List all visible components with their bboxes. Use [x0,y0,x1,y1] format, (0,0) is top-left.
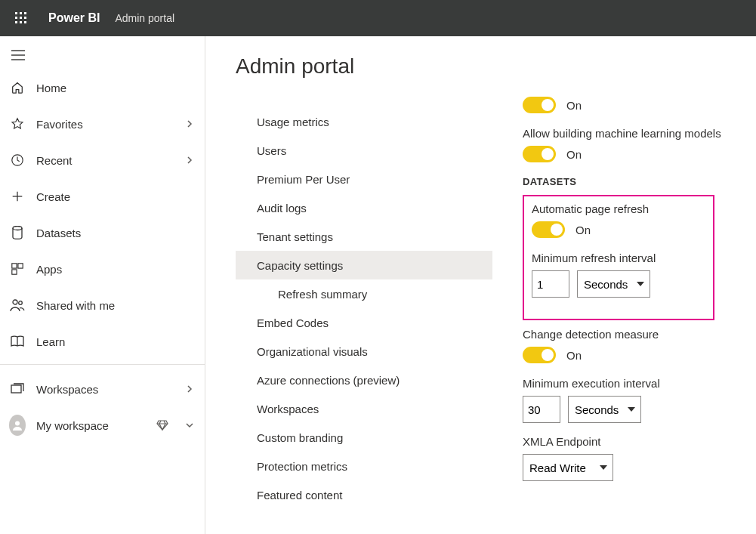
svg-rect-7 [20,21,22,23]
book-icon [9,333,26,350]
svg-rect-6 [15,21,17,23]
chevron-right-icon [184,154,196,166]
apps-icon [9,261,26,277]
admin-menu-azure[interactable]: Azure connections (preview) [236,366,492,394]
min-exec-value-input[interactable] [523,396,560,423]
sidebar: Home Favorites Recent Create [0,36,205,534]
product-name: Power BI [48,11,100,25]
setting-min-exec: Minimum execution interval [523,377,744,390]
database-icon [9,224,26,241]
toggle-generic-1[interactable] [523,97,556,113]
svg-rect-16 [12,264,17,268]
admin-menu-refresh-summary[interactable]: Refresh summary [236,279,492,308]
admin-menu: Usage metrics Users Premium Per User Aud… [236,107,492,509]
setting-auto-refresh: Automatic page refresh [532,202,705,215]
sidebar-item-label: Apps [36,263,196,276]
svg-rect-1 [20,12,22,14]
xmla-endpoint-select[interactable]: Read Write [523,454,613,481]
nav-toggle-icon[interactable] [0,41,36,69]
chevron-down-icon [184,419,196,431]
sidebar-item-datasets[interactable]: Datasets [0,215,205,251]
sidebar-item-label: My workspace [36,419,146,432]
sidebar-item-apps[interactable]: Apps [0,251,205,287]
admin-menu-audit[interactable]: Audit logs [236,193,492,222]
min-refresh-unit-select[interactable]: Seconds [577,270,650,298]
sidebar-item-shared[interactable]: Shared with me [0,287,205,323]
svg-rect-8 [24,21,26,23]
main-content: Admin portal Usage metrics Users Premium… [205,36,756,534]
admin-menu-protection[interactable]: Protection metrics [236,452,492,480]
svg-point-23 [15,421,20,426]
toggle-state-label: On [575,224,591,236]
setting-min-refresh: Minimum refresh interval [532,252,705,264]
admin-menu-orgvisuals[interactable]: Organizational visuals [236,337,492,366]
star-icon [9,116,26,132]
admin-menu-capacity[interactable]: Capacity settings [236,251,492,279]
clock-icon [9,152,26,168]
toggle-auto-refresh[interactable] [532,221,565,238]
premium-diamond-icon [156,420,168,431]
toggle-state-label: On [566,349,582,362]
sidebar-item-create[interactable]: Create [0,178,205,215]
svg-rect-18 [12,270,17,274]
svg-rect-3 [15,17,17,19]
min-exec-unit-select[interactable]: Seconds [568,396,641,423]
admin-menu-embed[interactable]: Embed Codes [236,308,492,337]
chevron-right-icon [184,383,196,395]
setting-allow-ml: Allow building machine learning models [523,127,744,140]
sidebar-item-learn[interactable]: Learn [0,323,205,360]
svg-rect-22 [11,385,21,393]
sidebar-item-label: Datasets [36,227,196,239]
sidebar-item-label: Home [36,82,196,94]
admin-menu-ppu[interactable]: Premium Per User [236,165,492,193]
toggle-state-label: On [566,99,582,112]
svg-point-15 [13,227,22,230]
svg-rect-2 [24,12,26,14]
toggle-change-detection[interactable] [523,347,556,363]
sidebar-item-label: Create [36,190,196,203]
people-icon [9,297,26,313]
nav-divider [0,364,205,365]
sidebar-item-label: Recent [36,154,173,167]
svg-point-19 [13,300,17,304]
admin-menu-workspaces[interactable]: Workspaces [236,394,492,423]
svg-rect-5 [24,17,26,19]
svg-point-20 [19,301,23,305]
chevron-right-icon [184,118,196,130]
sidebar-item-label: Workspaces [36,383,173,396]
sidebar-item-label: Shared with me [36,299,196,312]
sidebar-item-favorites[interactable]: Favorites [0,106,205,142]
topbar: Power BI Admin portal [0,0,756,36]
page-title: Admin portal [236,54,492,79]
sidebar-item-label: Favorites [36,118,173,131]
sidebar-item-my-workspace[interactable]: My workspace [0,407,205,443]
home-icon [9,79,26,96]
admin-menu-usage[interactable]: Usage metrics [236,107,492,136]
svg-rect-4 [20,17,22,19]
admin-menu-featured[interactable]: Featured content [236,480,492,509]
toggle-allow-ml[interactable] [523,146,556,162]
toggle-state-label: On [566,148,582,161]
min-refresh-value-input[interactable] [532,270,569,298]
sidebar-item-recent[interactable]: Recent [0,142,205,178]
setting-change-detection: Change detection measure [523,328,744,341]
svg-rect-17 [18,264,23,268]
setting-xmla: XMLA Endpoint [523,435,744,448]
sidebar-item-label: Learn [36,335,196,348]
sidebar-item-workspaces[interactable]: Workspaces [0,371,205,407]
plus-icon [9,188,26,205]
app-launcher-icon[interactable] [6,3,36,33]
admin-menu-users[interactable]: Users [236,136,492,165]
sidebar-item-home[interactable]: Home [0,69,205,106]
datasets-group-header: DATASETS [523,176,744,187]
admin-menu-branding[interactable]: Custom branding [236,423,492,452]
avatar-icon [9,417,26,434]
highlight-auto-refresh: Automatic page refresh On Minimum refres… [523,195,714,320]
svg-rect-0 [15,12,17,14]
top-section-label: Admin portal [115,12,174,24]
admin-menu-tenant[interactable]: Tenant settings [236,222,492,251]
workspaces-icon [9,381,26,397]
